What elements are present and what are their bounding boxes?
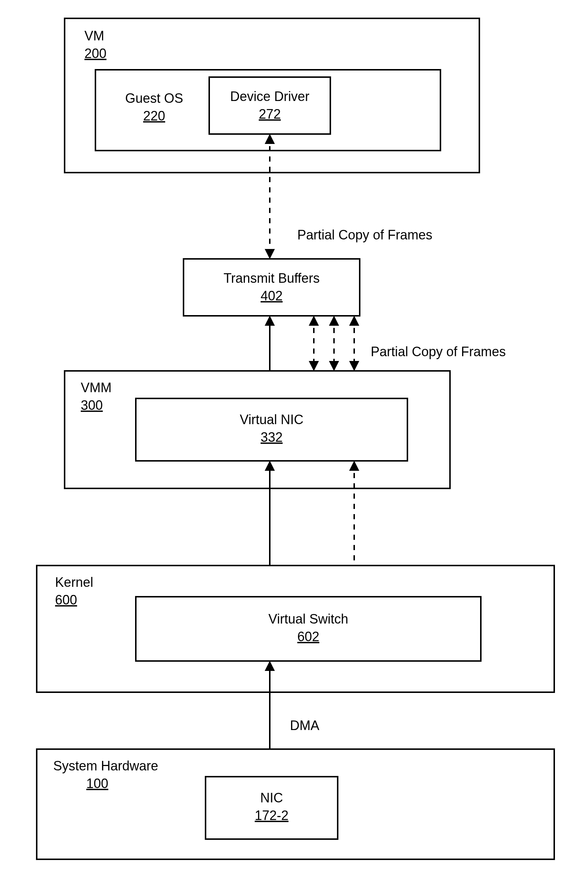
virtual-switch-title: Virtual Switch: [268, 612, 348, 627]
vm-title: VM: [84, 28, 104, 44]
vmm-ref: 300: [81, 398, 103, 413]
nic-title: NIC: [260, 790, 283, 805]
partial-copy-label-1: Partial Copy of Frames: [297, 227, 432, 242]
kernel-ref: 600: [55, 592, 77, 607]
device-driver-ref: 272: [259, 107, 281, 122]
vmm-title: VMM: [81, 380, 112, 395]
guest-os-title: Guest OS: [125, 91, 183, 106]
transmit-buffers-ref: 402: [261, 288, 283, 304]
partial-copy-label-2: Partial Copy of Frames: [371, 344, 506, 359]
transmit-buffers-title: Transmit Buffers: [224, 270, 320, 286]
device-driver-title: Device Driver: [230, 89, 309, 104]
transmit-buffers-box: [183, 259, 360, 316]
vm-ref: 200: [84, 46, 106, 61]
virtual-nic-title: Virtual NIC: [240, 412, 303, 427]
nic-ref: 172-2: [255, 808, 288, 823]
virtual-switch-ref: 602: [297, 629, 320, 644]
kernel-title: Kernel: [55, 575, 93, 590]
device-driver-box: [209, 77, 330, 134]
dma-label: DMA: [290, 718, 320, 733]
system-hardware-title: System Hardware: [53, 758, 158, 773]
system-hardware-ref: 100: [86, 776, 108, 791]
guest-os-ref: 220: [143, 108, 165, 123]
virtual-nic-ref: 332: [261, 430, 283, 445]
diagram-root: VM 200 Guest OS 220 Device Driver 272 Pa…: [0, 0, 588, 885]
